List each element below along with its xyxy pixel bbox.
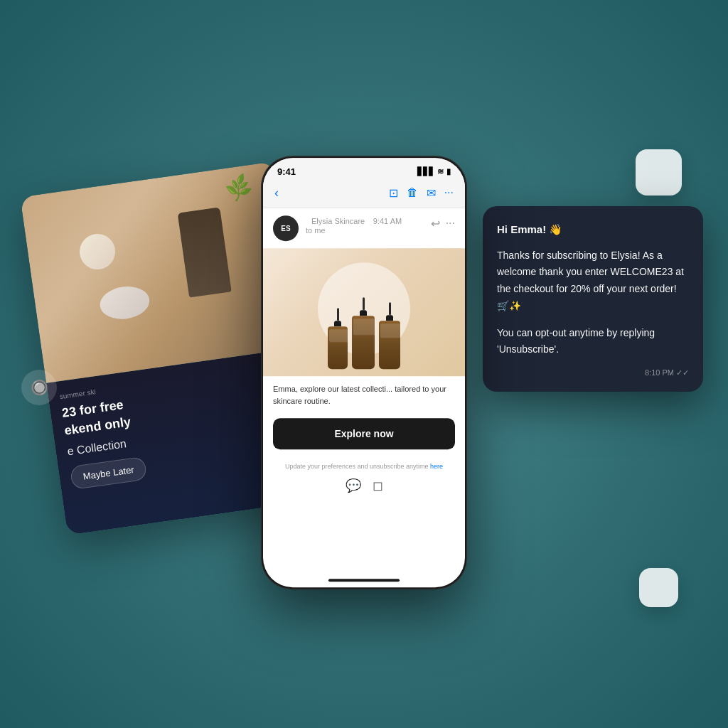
leaf-decoration: 🌿 bbox=[223, 171, 255, 204]
sender-avatar: ES bbox=[273, 215, 299, 241]
bottle-body-1 bbox=[328, 326, 348, 369]
reply-icons: ↩ ··· bbox=[431, 217, 455, 230]
bottle-3 bbox=[379, 302, 400, 369]
white-square-bottom bbox=[639, 568, 678, 607]
bottle-top-3 bbox=[386, 315, 393, 321]
bottle-body-2 bbox=[352, 316, 375, 369]
reply-icon[interactable]: ↩ bbox=[431, 217, 440, 230]
dropper-1 bbox=[337, 308, 339, 321]
bottle-top-1 bbox=[334, 321, 341, 326]
message-body-2: You can opt-out anytime by replying 'Uns… bbox=[497, 325, 689, 359]
message-timestamp: 8:10 PM ✓✓ bbox=[497, 368, 689, 378]
email-footer: Update your preferences and unsubscribe … bbox=[263, 456, 465, 498]
message-body-1: Thanks for subscribing to Elysia! As a w… bbox=[497, 247, 689, 315]
phone-mockup: 9:41 ▋▋▋ ≋ ▮ ‹ ⊡ 🗑 ✉ ··· bbox=[261, 156, 467, 589]
phone-screen: 9:41 ▋▋▋ ≋ ▮ ‹ ⊡ 🗑 ✉ ··· bbox=[263, 158, 465, 587]
sender-name: Elysia Skincare 9:41 AM bbox=[306, 215, 424, 226]
sender-info: Elysia Skincare 9:41 AM to me bbox=[306, 215, 424, 235]
message-text: Hi Emma! 👋 Thanks for subscribing to Ely… bbox=[497, 220, 689, 358]
bottle-body-3 bbox=[379, 321, 400, 369]
maybe-later-button[interactable]: Maybe Later bbox=[70, 456, 148, 490]
bottle-top-2 bbox=[360, 310, 367, 316]
message-greeting: Hi Emma! 👋 bbox=[497, 220, 689, 239]
back-button[interactable]: ‹ bbox=[274, 186, 279, 200]
white-square-top bbox=[636, 149, 682, 196]
bottle-label-1 bbox=[329, 329, 349, 342]
bottle-label-2 bbox=[353, 318, 376, 335]
product-bottles bbox=[328, 297, 400, 369]
footer-link[interactable]: here bbox=[430, 463, 443, 470]
sms-message-card: Hi Emma! 👋 Thanks for subscribing to Ely… bbox=[483, 206, 703, 392]
bottle-2 bbox=[352, 297, 375, 369]
home-bar bbox=[328, 579, 400, 582]
status-bar: 9:41 ▋▋▋ ≋ ▮ bbox=[263, 158, 465, 181]
circle-icon-decoration: 🔘 bbox=[21, 370, 57, 405]
status-icons: ▋▋▋ ≋ ▮ bbox=[417, 167, 451, 176]
more-options-icon[interactable]: ··· bbox=[446, 217, 455, 230]
email-action-icons: ⊡ 🗑 ✉ ··· bbox=[389, 186, 454, 200]
dropper-3 bbox=[389, 302, 391, 315]
trash-icon[interactable]: 🗑 bbox=[407, 186, 418, 200]
status-time: 9:41 bbox=[277, 166, 296, 177]
bottle-1 bbox=[328, 308, 348, 369]
sender-to: to me bbox=[306, 226, 424, 235]
archive-icon[interactable]: ⊡ bbox=[389, 186, 398, 200]
stone-shape bbox=[98, 284, 152, 322]
whatsapp-icon[interactable]: 💬 bbox=[346, 478, 361, 493]
skincare-image: 🌿 bbox=[20, 161, 299, 383]
bottle-label-3 bbox=[380, 323, 402, 338]
social-icons: 💬 ◻ bbox=[273, 478, 455, 493]
circle-emoji: 🔘 bbox=[31, 379, 48, 396]
email-nav-header: ‹ ⊡ 🗑 ✉ ··· bbox=[263, 181, 465, 208]
mail-icon[interactable]: ✉ bbox=[427, 186, 436, 200]
email-hero-image bbox=[263, 248, 465, 376]
sender-initials: ES bbox=[281, 225, 290, 232]
phone-frame: 9:41 ▋▋▋ ≋ ▮ ‹ ⊡ 🗑 ✉ ··· bbox=[261, 156, 467, 589]
wifi-icon: ≋ bbox=[437, 167, 444, 176]
more-icon[interactable]: ··· bbox=[444, 186, 454, 200]
dropper-2 bbox=[363, 297, 365, 310]
instagram-icon[interactable]: ◻ bbox=[373, 478, 383, 493]
email-sender-row: ES Elysia Skincare 9:41 AM to me ↩ ··· bbox=[263, 208, 465, 248]
email-body-text: Emma, explore our latest collecti... tai… bbox=[263, 376, 465, 414]
footer-text: Update your preferences and unsubscribe … bbox=[273, 462, 455, 472]
explore-now-button[interactable]: Explore now bbox=[273, 418, 455, 449]
signal-icon: ▋▋▋ bbox=[417, 167, 434, 176]
battery-icon: ▮ bbox=[446, 167, 451, 176]
